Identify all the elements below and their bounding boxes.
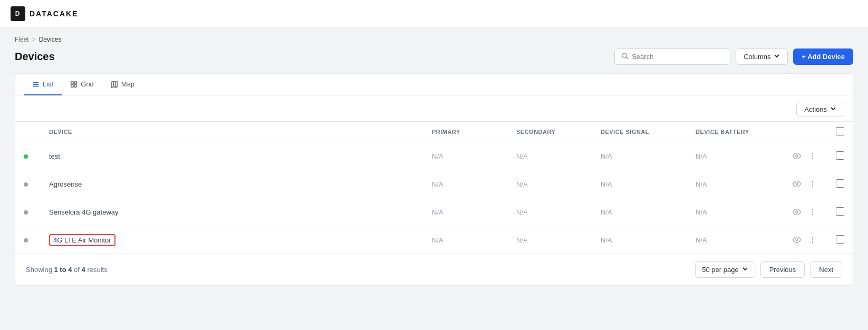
col-signal-header: DEVICE SIGNAL: [592, 122, 687, 142]
search-box[interactable]: [614, 48, 730, 65]
more-button[interactable]: [806, 150, 819, 162]
device-name-cell: Senselora 4G gateway: [41, 198, 423, 226]
status-cell: [15, 226, 41, 254]
svg-point-24: [796, 239, 798, 241]
header-actions: Columns + Add Device: [614, 48, 853, 65]
device-name-highlighted[interactable]: 4G LTE Air Monitor: [49, 234, 115, 246]
tab-list[interactable]: List: [24, 74, 62, 95]
search-input[interactable]: [632, 53, 724, 61]
top-bar: D DATACAKE: [0, 0, 868, 27]
device-name[interactable]: Agrosense: [49, 180, 82, 188]
battery-cell: N/A: [687, 226, 782, 254]
view-button[interactable]: [790, 234, 803, 246]
svg-point-27: [812, 242, 813, 243]
columns-button[interactable]: Columns: [736, 48, 788, 65]
status-dot-online: [24, 154, 28, 159]
row-actions-cell: [782, 142, 827, 170]
signal-cell: N/A: [592, 198, 687, 226]
svg-rect-6: [74, 81, 76, 83]
per-page-chevron-icon: [742, 266, 748, 274]
svg-point-20: [796, 211, 798, 213]
content-area: Fleet > Devices Devices Columns: [0, 27, 868, 294]
status-cell: [15, 198, 41, 226]
select-all-checkbox[interactable]: [836, 127, 844, 135]
device-name[interactable]: Senselora 4G gateway: [49, 208, 119, 216]
svg-point-25: [812, 237, 813, 238]
status-dot-offline: [24, 182, 28, 187]
previous-button[interactable]: Previous: [760, 261, 805, 278]
svg-rect-8: [74, 84, 76, 86]
tab-map[interactable]: Map: [102, 74, 143, 95]
chevron-down-icon: [774, 53, 780, 61]
page-header: Devices Columns: [15, 48, 853, 65]
primary-cell: N/A: [423, 142, 508, 170]
svg-point-14: [812, 156, 813, 157]
device-name-cell: test: [41, 142, 423, 170]
add-device-button[interactable]: + Add Device: [793, 48, 853, 65]
svg-point-16: [796, 183, 798, 185]
row-checkbox[interactable]: [836, 151, 844, 160]
row-checkbox[interactable]: [836, 235, 844, 244]
row-check-cell: [827, 170, 853, 198]
eye-icon: [793, 208, 801, 216]
next-button[interactable]: Next: [810, 261, 842, 278]
row-check-cell: [827, 198, 853, 226]
more-button[interactable]: [806, 178, 819, 190]
primary-cell: N/A: [423, 226, 508, 254]
battery-cell: N/A: [687, 170, 782, 198]
actions-chevron-icon: [830, 105, 836, 113]
ellipsis-icon: [808, 180, 817, 188]
col-device-header: DEVICE: [41, 122, 423, 142]
table-row: 4G LTE Air Monitor N/A N/A N/A N/A: [15, 226, 853, 254]
actions-dropdown-button[interactable]: Actions: [796, 102, 844, 117]
svg-point-0: [622, 53, 627, 58]
list-icon: [32, 81, 40, 88]
footer-bar: Showing 1 to 4 of 4 results 50 per page …: [15, 254, 853, 285]
eye-icon: [793, 152, 801, 160]
col-check-header: [827, 122, 853, 142]
tab-grid[interactable]: Grid: [62, 74, 102, 95]
row-checkbox[interactable]: [836, 179, 844, 188]
col-battery-header: DEVICE BATTERY: [687, 122, 782, 142]
svg-marker-9: [112, 81, 118, 87]
device-name[interactable]: test: [49, 152, 60, 160]
tab-map-label: Map: [121, 80, 134, 88]
map-icon: [111, 81, 118, 88]
svg-point-12: [796, 155, 798, 157]
row-actions-cell: [782, 170, 827, 198]
svg-point-17: [812, 181, 813, 182]
breadcrumb-separator: >: [32, 36, 36, 43]
table-row: Agrosense N/A N/A N/A N/A: [15, 170, 853, 198]
secondary-cell: N/A: [508, 170, 592, 198]
view-button[interactable]: [790, 178, 803, 190]
per-page-label: 50 per page: [702, 266, 738, 274]
row-actions-cell: [782, 226, 827, 254]
row-check-cell: [827, 142, 853, 170]
secondary-cell: N/A: [508, 226, 592, 254]
status-dot-offline: [24, 238, 28, 242]
secondary-cell: N/A: [508, 198, 592, 226]
per-page-select[interactable]: 50 per page: [695, 261, 755, 278]
breadcrumb-parent[interactable]: Fleet: [15, 36, 29, 43]
svg-point-18: [812, 183, 813, 185]
row-check-cell: [827, 226, 853, 254]
secondary-cell: N/A: [508, 142, 592, 170]
table-row: test N/A N/A N/A N/A: [15, 142, 853, 170]
actions-bar: Actions: [15, 95, 853, 121]
svg-line-1: [626, 57, 629, 60]
svg-point-21: [812, 209, 813, 210]
view-button[interactable]: [790, 206, 803, 218]
more-button[interactable]: [806, 206, 819, 218]
signal-cell: N/A: [592, 142, 687, 170]
col-status-header: [15, 122, 41, 142]
svg-rect-5: [71, 81, 73, 83]
signal-cell: N/A: [592, 170, 687, 198]
more-button[interactable]: [806, 234, 819, 246]
row-checkbox[interactable]: [836, 207, 844, 216]
col-secondary-header: SECONDARY: [508, 122, 592, 142]
svg-point-22: [812, 211, 813, 212]
view-button[interactable]: [790, 150, 803, 162]
pagination: 50 per page Previous Next: [695, 261, 842, 278]
svg-point-13: [812, 153, 813, 154]
primary-cell: N/A: [423, 198, 508, 226]
